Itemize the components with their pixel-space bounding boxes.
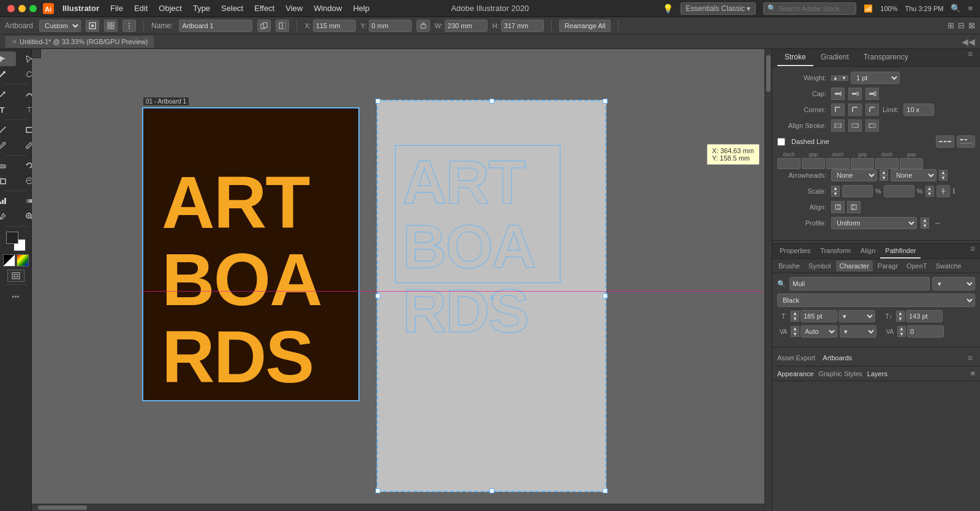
arrange-icon[interactable]: ⊟: [958, 21, 965, 30]
align-inside-btn[interactable]: [848, 119, 862, 132]
tip-icon[interactable]: 💡: [663, 4, 673, 13]
dash-precise-icon[interactable]: [936, 135, 954, 148]
handle-top-right[interactable]: [603, 99, 608, 104]
tab-gradient[interactable]: Gradient: [813, 49, 856, 66]
menu-object[interactable]: Object: [154, 2, 187, 14]
h-input[interactable]: [501, 20, 544, 32]
corner-miter-btn[interactable]: [831, 104, 845, 116]
kern-up[interactable]: ▲: [897, 326, 906, 331]
font-size-up[interactable]: ▲: [791, 311, 799, 316]
handle-bottom-center[interactable]: [489, 488, 494, 493]
corner-bevel-btn[interactable]: [865, 104, 879, 116]
tab-pathfinder[interactable]: Pathfinder: [880, 244, 921, 259]
tab-transform[interactable]: Transform: [815, 244, 856, 259]
font-size-unit-select[interactable]: ▾: [839, 310, 875, 322]
arrow-end-up-btn[interactable]: ▲: [939, 170, 948, 175]
selection-tool[interactable]: [0, 51, 16, 66]
font-size2-input[interactable]: [906, 310, 943, 322]
type-tool[interactable]: T: [0, 102, 16, 117]
flip-icon[interactable]: [276, 20, 289, 32]
dash-adjust-icon[interactable]: [957, 135, 975, 148]
foreground-color-swatch[interactable]: [6, 232, 18, 244]
dash2-input[interactable]: [826, 158, 850, 169]
document-tab[interactable]: ✕ Untitled-1* @ 33.33% (RGB/GPU Preview): [5, 36, 154, 48]
constrain-icon[interactable]: [417, 20, 430, 32]
tab-transparency[interactable]: Transparency: [856, 49, 916, 66]
font-size-input[interactable]: [801, 310, 837, 322]
preset-select[interactable]: Custom: [39, 20, 81, 32]
menu-file[interactable]: File: [105, 2, 128, 14]
sub-tab-paragr[interactable]: Paragr: [874, 260, 902, 271]
panel-collapse-icon[interactable]: ◀◀: [962, 37, 975, 47]
sub-tab-swatche[interactable]: Swatche: [932, 260, 965, 271]
weight-down-btn[interactable]: ▼: [840, 75, 848, 81]
close-button[interactable]: [7, 5, 15, 12]
dash1-input[interactable]: [777, 158, 801, 169]
artboard-2[interactable]: ART BOA RDS: [377, 100, 606, 492]
arrow-end-down-btn[interactable]: ▼: [939, 175, 948, 181]
sub-tab-symbol[interactable]: Symbol: [805, 260, 835, 271]
artboard-menu-icon[interactable]: [123, 20, 136, 32]
corner-round-btn[interactable]: [848, 104, 862, 116]
graphic-styles-tab[interactable]: Graphic Styles: [818, 370, 862, 377]
arrow-end-select[interactable]: None: [891, 169, 937, 181]
eyedropper-tool[interactable]: [0, 209, 16, 224]
font-input[interactable]: [790, 277, 930, 290]
vertical-scroll-thumb[interactable]: [766, 55, 771, 92]
leading-up[interactable]: ▲: [896, 311, 905, 316]
align-outside-btn[interactable]: [865, 119, 879, 132]
rearrange-all-button[interactable]: Rearrange All: [559, 20, 611, 32]
canvas-area[interactable]: 01 - Artboard 1 ART BOA RDS: [32, 49, 772, 511]
kern-input[interactable]: [907, 325, 944, 338]
handle-mid-right[interactable]: [603, 293, 608, 298]
cap-butt-btn[interactable]: [831, 88, 845, 100]
leading2-up[interactable]: ▲: [791, 326, 799, 331]
w-input[interactable]: [445, 20, 488, 32]
handle-top-left[interactable]: [375, 99, 380, 104]
maximize-button[interactable]: [29, 5, 37, 12]
search-icon-main[interactable]: 🔍: [951, 4, 960, 13]
scale-end-down-btn[interactable]: ▼: [925, 191, 934, 197]
tab-properties[interactable]: Properties: [775, 244, 815, 259]
scale-start-input[interactable]: [842, 185, 873, 197]
none-color-icon[interactable]: [3, 254, 15, 267]
profile-select[interactable]: Uniform: [831, 217, 917, 229]
sub-tab-brushe[interactable]: Brushe: [775, 260, 804, 271]
artboard-settings-icon[interactable]: [86, 20, 99, 32]
sub-tab-character[interactable]: Character: [836, 260, 873, 271]
scale-start-down-btn[interactable]: ▼: [831, 191, 840, 197]
orientation-icon[interactable]: [257, 20, 271, 32]
font-weight-select[interactable]: Black: [777, 293, 975, 307]
artboard-tool[interactable]: [7, 270, 24, 282]
arrow-start-up-btn[interactable]: ▲: [880, 170, 888, 175]
tab-close-icon[interactable]: ✕: [12, 38, 17, 46]
scale-link-icon[interactable]: [937, 185, 950, 197]
swatch-pair[interactable]: [6, 232, 26, 251]
graph-tool[interactable]: [0, 194, 16, 208]
arrow-start-down-btn[interactable]: ▼: [880, 175, 888, 181]
color-icon[interactable]: [17, 254, 29, 267]
scale-end-up-btn[interactable]: ▲: [925, 186, 934, 191]
scale-end-input[interactable]: [884, 185, 914, 197]
leading-select[interactable]: Auto: [801, 325, 837, 338]
handle-bottom-right[interactable]: [603, 488, 608, 493]
tab-align[interactable]: Align: [856, 244, 880, 259]
panel-menu-icon[interactable]: ≡: [965, 49, 975, 66]
weight-up-btn[interactable]: ▲: [831, 75, 840, 81]
kern-down[interactable]: ▼: [897, 331, 906, 337]
minimize-button[interactable]: [18, 5, 26, 12]
leading-down[interactable]: ▼: [896, 316, 905, 322]
handle-mid-left[interactable]: [375, 293, 380, 298]
menu-help[interactable]: Help: [348, 2, 374, 14]
cap-square-btn[interactable]: [865, 88, 879, 100]
limit-input[interactable]: [903, 104, 934, 116]
menu-window[interactable]: Window: [309, 2, 347, 14]
menu-app[interactable]: Illustrator: [58, 2, 104, 14]
cap-round-btn[interactable]: [848, 88, 862, 100]
sub-tab-opent[interactable]: OpenT: [903, 260, 931, 271]
vertical-scrollbar[interactable]: [764, 49, 772, 511]
line-tool[interactable]: [0, 123, 16, 137]
font-style-select[interactable]: ▾: [932, 277, 975, 290]
x-input[interactable]: [313, 20, 356, 32]
gap1-input[interactable]: [802, 158, 825, 169]
